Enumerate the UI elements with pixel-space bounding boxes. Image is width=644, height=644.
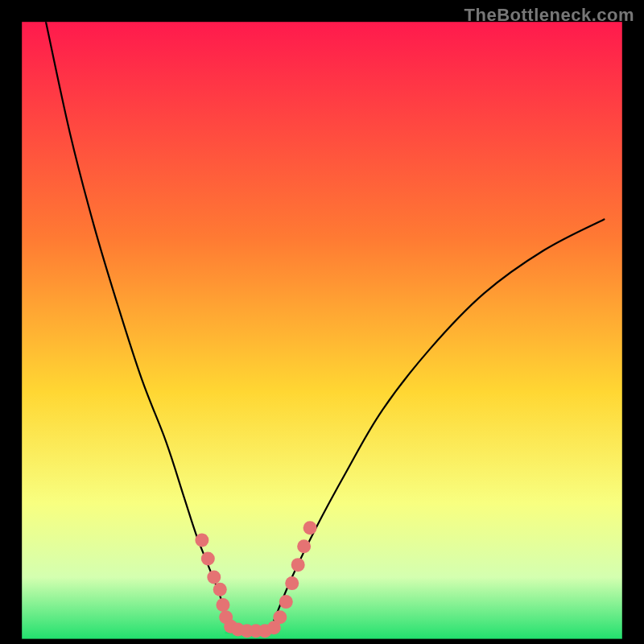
- watermark-text: TheBottleneck.com: [464, 5, 634, 26]
- bottleneck-curve-chart: [0, 0, 644, 644]
- dot-right-dots: [285, 576, 299, 590]
- dot-left-dots: [213, 583, 227, 597]
- dot-right-dots: [303, 521, 317, 535]
- dot-left-dots: [216, 598, 229, 612]
- dot-left-dots: [195, 533, 208, 547]
- dot-right-dots: [297, 539, 311, 553]
- dot-right-dots: [273, 610, 287, 624]
- plot-background: [22, 22, 622, 638]
- dot-left-dots: [201, 551, 215, 565]
- dot-right-dots: [291, 558, 305, 572]
- chart-container: TheBottleneck.com: [0, 0, 644, 644]
- dot-left-dots: [207, 570, 221, 584]
- dot-right-dots: [279, 595, 293, 609]
